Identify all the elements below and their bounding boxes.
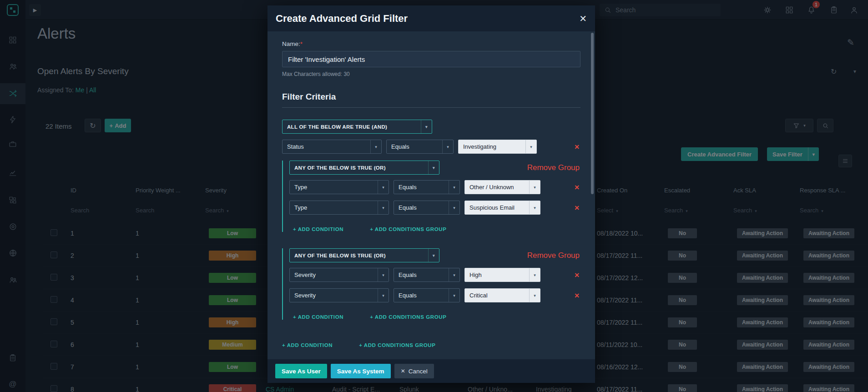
chevron-down-icon: ▾ bbox=[529, 268, 540, 281]
chevron-down-icon: ▾ bbox=[525, 140, 536, 153]
condition-field-dropdown[interactable]: Status▾ bbox=[282, 140, 382, 154]
modal-header: Create Advanced Grid Filter ✕ bbox=[267, 5, 595, 31]
condition-field-dropdown[interactable]: Type▾ bbox=[289, 180, 389, 194]
chevron-down-icon: ▾ bbox=[449, 181, 459, 194]
add-conditions-group-link[interactable]: + ADD CONDITIONS GROUP bbox=[370, 314, 446, 320]
add-condition-link[interactable]: + ADD CONDITION bbox=[293, 314, 343, 320]
name-label: Name:* bbox=[282, 40, 580, 47]
conditions-group: ANY OF THE BELOW IS TRUE (OR)▾ Remove Gr… bbox=[282, 248, 580, 320]
divider bbox=[282, 107, 580, 108]
cancel-button[interactable]: ✕ Cancel bbox=[394, 364, 434, 378]
condition-value-dropdown[interactable]: Suspicious Email▾ bbox=[464, 201, 540, 215]
remove-condition-button[interactable]: ✕ bbox=[574, 143, 580, 151]
group-add-links: + ADD CONDITION + ADD CONDITIONS GROUP bbox=[289, 226, 580, 232]
condition-row: Severity▾ Equals▾ High▾ ✕ bbox=[289, 268, 580, 282]
required-asterisk: * bbox=[300, 40, 303, 47]
condition-field-dropdown[interactable]: Severity▾ bbox=[289, 268, 389, 282]
remove-group-link[interactable]: Remove Group bbox=[527, 251, 580, 260]
group-header: ANY OF THE BELOW IS TRUE (OR)▾ Remove Gr… bbox=[289, 248, 580, 262]
close-icon: ✕ bbox=[401, 368, 405, 374]
root-add-links: + ADD CONDITION + ADD CONDITIONS GROUP bbox=[282, 342, 580, 348]
condition-field-dropdown[interactable]: Severity▾ bbox=[289, 288, 389, 302]
group-add-links: + ADD CONDITION + ADD CONDITIONS GROUP bbox=[289, 314, 580, 320]
chevron-down-icon: ▾ bbox=[378, 289, 389, 302]
chevron-down-icon: ▾ bbox=[449, 268, 459, 281]
condition-value-dropdown[interactable]: Critical▾ bbox=[464, 288, 540, 302]
chevron-down-icon: ▾ bbox=[370, 140, 381, 153]
condition-row: Type▾ Equals▾ Suspicious Email▾ ✕ bbox=[289, 201, 580, 215]
condition-value-dropdown[interactable]: Investigating▾ bbox=[458, 140, 537, 154]
chevron-down-icon: ▾ bbox=[421, 120, 432, 133]
chevron-down-icon: ▾ bbox=[449, 201, 459, 214]
group-operator-dropdown[interactable]: ANY OF THE BELOW IS TRUE (OR)▾ bbox=[289, 248, 439, 262]
add-conditions-group-link[interactable]: + ADD CONDITIONS GROUP bbox=[370, 226, 446, 232]
save-as-system-button[interactable]: Save As System bbox=[331, 364, 391, 378]
modal-footer: Save As User Save As System ✕ Cancel bbox=[267, 359, 595, 383]
condition-operator-dropdown[interactable]: Equals▾ bbox=[394, 180, 460, 194]
condition-value-dropdown[interactable]: High▾ bbox=[464, 268, 540, 282]
close-icon[interactable]: ✕ bbox=[579, 13, 587, 24]
chevron-down-icon: ▾ bbox=[442, 140, 453, 153]
modal-title: Create Advanced Grid Filter bbox=[276, 13, 408, 25]
conditions-group: ANY OF THE BELOW IS TRUE (OR)▾ Remove Gr… bbox=[282, 161, 580, 232]
chevron-down-icon: ▾ bbox=[449, 289, 459, 302]
group-operator-dropdown[interactable]: ANY OF THE BELOW IS TRUE (OR)▾ bbox=[289, 161, 439, 175]
filter-name-input[interactable] bbox=[282, 51, 580, 67]
chevron-down-icon: ▾ bbox=[428, 249, 439, 262]
modal-body: Name:* Max Characters allowed: 30 Filter… bbox=[267, 31, 595, 359]
root-operator-dropdown[interactable]: ALL OF THE BELOW ARE TRUE (AND) ▾ bbox=[282, 120, 432, 134]
chevron-down-icon: ▾ bbox=[529, 289, 540, 302]
condition-row: Type▾ Equals▾ Other / Unknown▾ ✕ bbox=[289, 180, 580, 194]
max-characters-hint: Max Characters allowed: 30 bbox=[282, 71, 580, 77]
chevron-down-icon: ▾ bbox=[529, 201, 540, 214]
condition-value-dropdown[interactable]: Other / Unknown▾ bbox=[464, 180, 540, 194]
chevron-down-icon: ▾ bbox=[378, 181, 389, 194]
chevron-down-icon: ▾ bbox=[529, 181, 540, 194]
condition-operator-dropdown[interactable]: Equals▾ bbox=[386, 140, 454, 154]
condition-operator-dropdown[interactable]: Equals▾ bbox=[394, 201, 460, 215]
condition-row: Status▾ Equals▾ Investigating▾ ✕ bbox=[282, 140, 580, 154]
condition-operator-dropdown[interactable]: Equals▾ bbox=[394, 288, 460, 302]
save-as-user-button[interactable]: Save As User bbox=[275, 364, 327, 378]
remove-group-link[interactable]: Remove Group bbox=[527, 163, 580, 172]
remove-condition-button[interactable]: ✕ bbox=[574, 184, 580, 191]
remove-condition-button[interactable]: ✕ bbox=[574, 271, 580, 279]
chevron-down-icon: ▾ bbox=[428, 161, 439, 174]
condition-field-dropdown[interactable]: Type▾ bbox=[289, 201, 389, 215]
chevron-down-icon: ▾ bbox=[378, 201, 389, 214]
filter-criteria-title: Filter Criteria bbox=[282, 92, 580, 102]
create-advanced-grid-filter-modal: Create Advanced Grid Filter ✕ Name:* Max… bbox=[267, 5, 595, 383]
add-condition-link[interactable]: + ADD CONDITION bbox=[282, 342, 333, 348]
add-condition-link[interactable]: + ADD CONDITION bbox=[293, 226, 343, 232]
remove-condition-button[interactable]: ✕ bbox=[574, 204, 580, 211]
add-conditions-group-link[interactable]: + ADD CONDITIONS GROUP bbox=[359, 342, 435, 348]
modal-scrollbar[interactable] bbox=[591, 33, 594, 194]
chevron-down-icon: ▾ bbox=[378, 268, 389, 281]
condition-operator-dropdown[interactable]: Equals▾ bbox=[394, 268, 460, 282]
group-header: ANY OF THE BELOW IS TRUE (OR)▾ Remove Gr… bbox=[289, 161, 580, 175]
remove-condition-button[interactable]: ✕ bbox=[574, 292, 580, 299]
condition-row: Severity▾ Equals▾ Critical▾ ✕ bbox=[289, 288, 580, 302]
